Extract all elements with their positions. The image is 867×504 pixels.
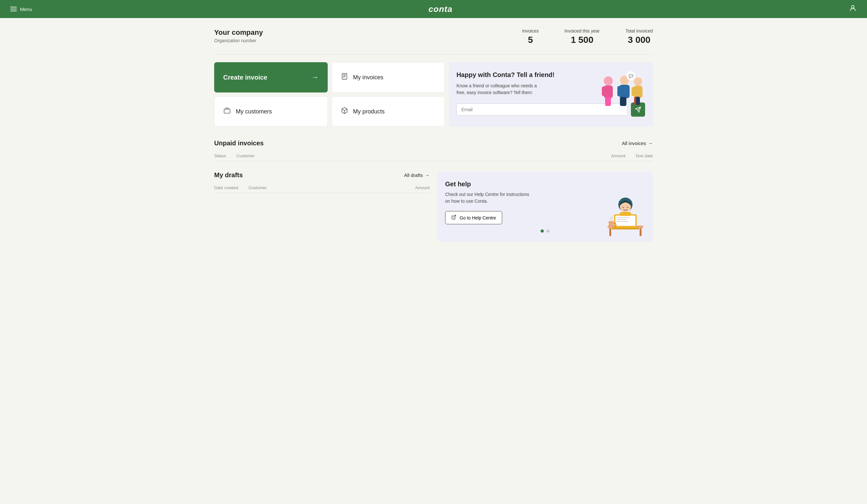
my-invoices-label: My invoices [353, 74, 384, 81]
svg-rect-9 [602, 86, 605, 96]
svg-point-0 [852, 6, 854, 8]
referral-illustration: 💬 [596, 69, 647, 127]
drafts-section: My drafts All drafts → Date created Cust… [214, 172, 430, 242]
invoices-stat: Invoices 5 [522, 28, 539, 45]
drafts-col-date: Date created [214, 185, 238, 190]
all-drafts-arrow: → [425, 172, 430, 178]
svg-rect-34 [616, 216, 635, 226]
svg-rect-27 [224, 109, 230, 113]
unpaid-invoices-title: Unpaid invoices [214, 140, 264, 147]
my-products-label: My products [353, 108, 385, 115]
svg-rect-24 [636, 97, 640, 105]
unpaid-invoices-table-header: Status Customer Amount Due date [214, 151, 653, 161]
col-customer: Customer [236, 153, 255, 158]
create-invoice-button[interactable]: Create invoice → [214, 62, 328, 92]
svg-rect-37 [617, 221, 628, 222]
total-invoiced-stat: Total invoiced 3 000 [625, 28, 653, 45]
svg-rect-38 [612, 228, 639, 229]
bottom-grid: My drafts All drafts → Date created Cust… [214, 172, 653, 242]
svg-rect-16 [624, 86, 628, 96]
svg-rect-1 [342, 74, 347, 79]
drafts-table-header: Date created Customer Amount [214, 183, 430, 193]
quick-access-grid: Create invoice → My invoices Happy with … [214, 62, 653, 127]
svg-rect-35 [617, 217, 630, 218]
all-drafts-link[interactable]: All drafts → [404, 172, 430, 178]
svg-point-7 [604, 76, 613, 85]
svg-rect-12 [607, 97, 611, 106]
invoices-value: 5 [522, 35, 539, 45]
stats-group: Invoices 5 Invoiced this year 1 500 Tota… [522, 28, 653, 45]
help-illustration [604, 190, 646, 239]
hamburger-icon [10, 7, 17, 11]
table-header-left: Status Customer [214, 153, 255, 158]
main-content: Your company Organization number Invoice… [201, 18, 666, 252]
all-invoices-arrow: → [648, 141, 653, 146]
svg-line-29 [453, 215, 456, 218]
referral-description: Know a friend or colleague who needs a f… [457, 83, 547, 96]
menu-label: Menu [20, 7, 32, 12]
svg-rect-10 [608, 86, 612, 96]
help-description: Check out our Help Centre for instructio… [445, 191, 535, 205]
col-amount: Amount [611, 153, 625, 158]
all-invoices-link[interactable]: All invoices → [622, 141, 653, 146]
company-info: Your company Organization number [214, 28, 263, 43]
svg-rect-42 [609, 221, 614, 227]
products-icon [341, 107, 348, 116]
svg-rect-32 [640, 228, 642, 236]
carousel-dot-1[interactable] [540, 229, 544, 233]
drafts-col-customer: Customer [248, 185, 266, 190]
help-centre-button[interactable]: Go to Help Centre [445, 211, 502, 224]
col-due-date: Due date [636, 153, 653, 158]
my-invoices-button[interactable]: My invoices [332, 62, 445, 92]
svg-rect-31 [609, 228, 611, 236]
help-card: Get help Check out our Help Centre for i… [437, 172, 653, 242]
invoiced-year-label: Invoiced this year [565, 28, 600, 33]
stats-row: Your company Organization number Invoice… [214, 28, 653, 45]
svg-point-19 [634, 77, 642, 86]
svg-rect-41 [620, 212, 631, 216]
svg-rect-15 [617, 86, 621, 96]
drafts-header: My drafts All drafts → [214, 172, 430, 179]
table-header-right: Amount Due date [611, 153, 653, 158]
app-header: Menu conta [0, 0, 867, 18]
carousel-dot-2[interactable] [546, 229, 550, 233]
customers-icon [224, 107, 231, 116]
user-icon[interactable] [849, 4, 857, 14]
stats-divider [214, 54, 653, 54]
svg-rect-36 [617, 219, 627, 220]
svg-rect-21 [632, 87, 635, 96]
invoice-icon [341, 73, 348, 82]
my-products-button[interactable]: My products [332, 96, 445, 127]
org-number-label: Organization number [214, 38, 263, 43]
help-title: Get help [445, 180, 645, 188]
company-name: Your company [214, 28, 263, 37]
help-centre-label: Go to Help Centre [460, 215, 496, 220]
total-invoiced-value: 3 000 [625, 35, 653, 45]
app-logo: conta [429, 4, 452, 14]
external-link-icon [451, 215, 457, 221]
my-customers-button[interactable]: My customers [214, 96, 328, 127]
arrow-icon: → [312, 73, 319, 81]
invoiced-year-stat: Invoiced this year 1 500 [565, 28, 600, 45]
svg-rect-22 [638, 87, 641, 96]
create-invoice-label: Create invoice [223, 74, 267, 81]
menu-button[interactable]: Menu [10, 7, 32, 12]
my-customers-label: My customers [236, 108, 272, 115]
drafts-col-amount: Amount [415, 185, 430, 190]
drafts-table-header-left: Date created Customer [214, 185, 267, 190]
invoices-label: Invoices [522, 28, 539, 33]
svg-text:💬: 💬 [629, 74, 633, 78]
referral-card: Happy with Conta? Tell a friend! Know a … [449, 62, 653, 127]
drafts-title: My drafts [214, 172, 243, 179]
col-status: Status [214, 153, 226, 158]
svg-rect-18 [622, 97, 627, 106]
unpaid-invoices-header: Unpaid invoices All invoices → [214, 140, 653, 147]
total-invoiced-label: Total invoiced [625, 28, 653, 33]
invoiced-year-value: 1 500 [565, 35, 600, 45]
